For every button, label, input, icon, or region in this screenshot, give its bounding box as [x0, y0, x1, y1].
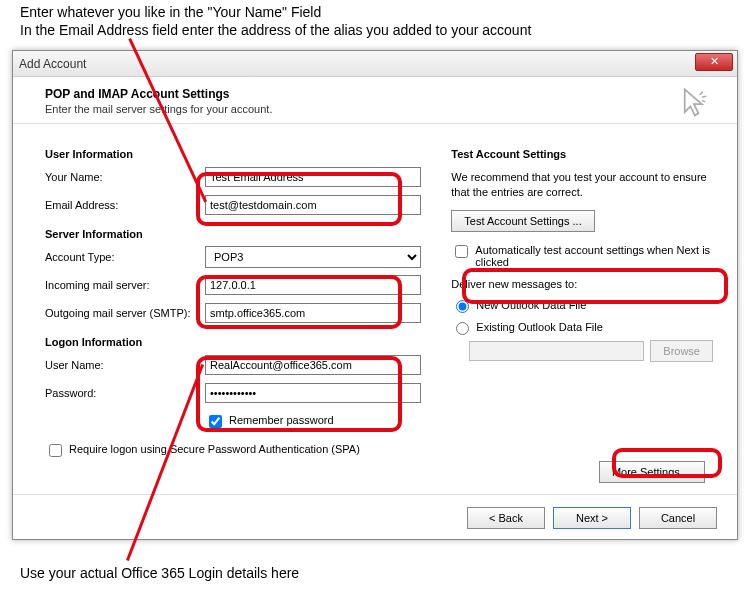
password-input[interactable] — [205, 383, 421, 403]
instruction-bottom: Use your actual Office 365 Login details… — [20, 565, 299, 581]
add-account-dialog: Add Account ✕ POP and IMAP Account Setti… — [12, 50, 738, 540]
account-type-select[interactable]: POP3 — [205, 246, 421, 268]
test-settings-heading: Test Account Settings — [451, 148, 713, 160]
username-label: User Name: — [45, 359, 205, 371]
header-title: POP and IMAP Account Settings — [45, 87, 717, 101]
footer-divider — [13, 494, 737, 495]
dialog-title: Add Account — [19, 57, 86, 71]
spa-label: Require logon using Secure Password Auth… — [69, 443, 360, 455]
back-button[interactable]: < Back — [467, 507, 545, 529]
password-label: Password: — [45, 387, 205, 399]
right-column: Test Account Settings We recommend that … — [451, 142, 713, 464]
cancel-button[interactable]: Cancel — [639, 507, 717, 529]
close-icon: ✕ — [710, 55, 719, 67]
browse-button[interactable]: Browse — [650, 340, 713, 362]
close-button[interactable]: ✕ — [695, 53, 733, 71]
deliver-heading: Deliver new messages to: — [451, 278, 713, 290]
incoming-server-input[interactable] — [205, 275, 421, 295]
radio-existing-data-file[interactable] — [456, 322, 469, 335]
radio-new-label: New Outlook Data File — [476, 299, 586, 311]
auto-test-checkbox[interactable] — [455, 245, 468, 258]
user-info-heading: User Information — [45, 148, 421, 160]
more-settings-button[interactable]: More Settings ... — [599, 461, 705, 483]
email-input[interactable] — [205, 195, 421, 215]
next-button[interactable]: Next > — [553, 507, 631, 529]
cursor-icon — [681, 87, 709, 119]
left-column: User Information Your Name: Email Addres… — [45, 142, 421, 464]
your-name-label: Your Name: — [45, 171, 205, 183]
email-label: Email Address: — [45, 199, 205, 211]
header-subtitle: Enter the mail server settings for your … — [45, 103, 717, 115]
test-account-settings-button[interactable]: Test Account Settings ... — [451, 210, 594, 232]
remember-password-checkbox[interactable] — [209, 415, 222, 428]
spa-checkbox[interactable] — [49, 444, 62, 457]
outgoing-server-label: Outgoing mail server (SMTP): — [45, 307, 205, 319]
username-input[interactable] — [205, 355, 421, 375]
incoming-server-label: Incoming mail server: — [45, 279, 205, 291]
auto-test-label: Automatically test account settings when… — [475, 244, 713, 268]
radio-existing-label: Existing Outlook Data File — [476, 321, 603, 333]
test-settings-desc: We recommend that you test your account … — [451, 170, 713, 200]
logon-info-heading: Logon Information — [45, 336, 421, 348]
data-file-path-input — [469, 341, 644, 361]
remember-password-label: Remember password — [229, 414, 334, 426]
server-info-heading: Server Information — [45, 228, 421, 240]
outgoing-server-input[interactable] — [205, 303, 421, 323]
instruction-line-1: Enter whatever you like in the "Your Nam… — [20, 4, 321, 20]
account-type-label: Account Type: — [45, 251, 205, 263]
dialog-header: POP and IMAP Account Settings Enter the … — [13, 77, 737, 124]
dialog-footer: < Back Next > Cancel — [467, 507, 717, 529]
titlebar: Add Account ✕ — [13, 51, 737, 77]
dialog-content: User Information Your Name: Email Addres… — [13, 124, 737, 474]
radio-new-data-file[interactable] — [456, 300, 469, 313]
instruction-line-2: In the Email Address field enter the add… — [20, 22, 531, 38]
your-name-input[interactable] — [205, 167, 421, 187]
